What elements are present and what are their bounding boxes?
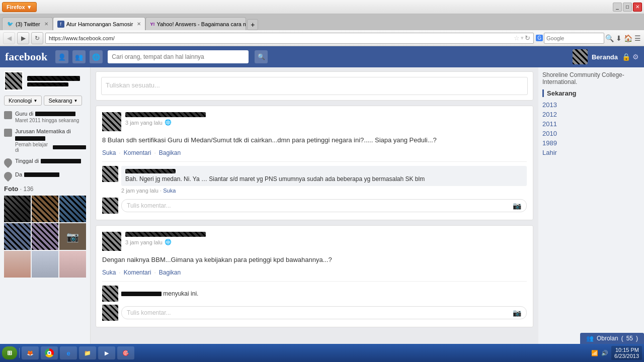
foto-item-8[interactable] xyxy=(32,251,58,278)
post-card-2: 3 jam yang lalu 🌐 Dengan naiknya BBM...G… xyxy=(96,225,533,327)
settings-icon[interactable]: ☰ xyxy=(634,34,641,42)
sekarang-button[interactable]: Sekarang ▼ xyxy=(44,96,82,106)
foto-item-2[interactable] xyxy=(32,196,58,222)
address-text: https://www.facebook.com/ xyxy=(49,35,512,41)
facebook-search-button[interactable]: 🔍 xyxy=(255,50,268,63)
post-2-comment-button[interactable]: Komentari xyxy=(124,269,151,276)
timeline-year-2011[interactable]: 2011 xyxy=(542,119,640,129)
fb-settings-gear-icon[interactable]: ⚙ xyxy=(632,53,639,61)
post-2-comment-placeholder: Tulis komentar... xyxy=(127,309,171,316)
forward-button[interactable]: ▶ xyxy=(17,32,29,44)
fb-friends-icon[interactable]: 👥 xyxy=(72,50,86,63)
star-icon[interactable]: ☆ xyxy=(514,34,520,42)
foto-item-6[interactable]: 📷 xyxy=(59,223,86,250)
post-1-avatar[interactable] xyxy=(102,112,121,131)
post-2-camera-icon[interactable]: 📷 xyxy=(513,309,521,317)
tab-facebook-close[interactable]: ✕ xyxy=(137,21,141,27)
post-1-comment-button[interactable]: Komentari xyxy=(124,149,151,156)
taskbar-clock[interactable]: 10:15 PM 6/23/2013 xyxy=(611,346,642,360)
tab-yahoo[interactable]: Y! Yahoo! Answers - Bagaimana cara m... … xyxy=(145,17,246,30)
profile-header xyxy=(4,71,86,90)
search-go-button[interactable]: 🔍 xyxy=(605,34,614,42)
info-guru-line: Guru di xyxy=(15,111,86,117)
foto-item-5[interactable] xyxy=(32,223,58,250)
taskbar-ie[interactable]: e xyxy=(60,346,77,359)
tab-twitter[interactable]: 🐦 (3) Twitter ✕ xyxy=(2,17,53,30)
left-sidebar: Kronologi ▼ Sekarang ▼ Guru di Maret 201… xyxy=(0,67,91,362)
info-tinggal-redacted xyxy=(41,159,81,163)
taskbar-chrome[interactable] xyxy=(41,346,58,359)
foto-item-4[interactable] xyxy=(4,223,31,250)
post-2-avatar[interactable] xyxy=(102,232,121,251)
post-2-like-button[interactable]: Suka xyxy=(102,269,116,276)
search-input[interactable] xyxy=(544,33,604,44)
foto-item-9[interactable] xyxy=(59,251,86,278)
fb-lock-icon[interactable]: 🔒 xyxy=(622,53,630,61)
foto-item-1[interactable] xyxy=(4,196,31,222)
post-2-share-button[interactable]: Bagikan xyxy=(159,269,181,276)
maximize-button[interactable]: □ xyxy=(623,3,632,12)
back-button[interactable]: ◀ xyxy=(3,32,15,44)
post-2-liker-name-redacted xyxy=(121,292,162,296)
address-bar[interactable]: https://www.facebook.com/ ☆ ▾ ↻ xyxy=(45,33,534,44)
facebook-home-link[interactable]: Beranda xyxy=(592,53,618,61)
kronologi-button[interactable]: Kronologi ▼ xyxy=(4,96,42,106)
post-1-camera-icon[interactable]: 📷 xyxy=(513,202,521,210)
chat-bar[interactable]: 👥 Obrolan (55) xyxy=(580,333,644,344)
home-location-icon xyxy=(3,157,14,168)
bookmark-icon[interactable]: ▾ xyxy=(521,35,524,41)
chat-people-icon: 👥 xyxy=(586,335,594,342)
composer-input[interactable]: Tuliskan sesuatu... xyxy=(101,77,528,95)
tabs-bar: 🐦 (3) Twitter ✕ f Atur Hamonangan Samosi… xyxy=(0,14,644,30)
facebook-nav-right: Beranda 🔒 ⚙ xyxy=(573,49,639,64)
chrome-center xyxy=(47,351,51,355)
post-1-commenter-avatar[interactable] xyxy=(102,166,118,182)
download-icon[interactable]: ⬇ xyxy=(616,34,622,42)
taskbar-firefox[interactable]: 🦊 xyxy=(22,346,39,359)
profile-avatar[interactable] xyxy=(4,71,23,90)
start-button[interactable]: ⊞ xyxy=(2,346,17,359)
chat-count-badge: ( xyxy=(621,335,623,342)
fb-globe-icon[interactable]: 🌐 xyxy=(90,50,103,63)
refresh-icon[interactable]: ↻ xyxy=(525,34,530,42)
minimize-button[interactable]: _ xyxy=(613,3,622,12)
taskbar-explorer-icon: 📁 xyxy=(83,348,92,357)
firefox-button[interactable]: Firefox ▼ xyxy=(2,2,37,12)
taskbar-explorer[interactable]: 📁 xyxy=(79,346,96,359)
center-content: Tuliskan sesuatu... 3 jam yang lalu 🌐 8 … xyxy=(91,67,538,362)
close-button[interactable]: ✕ xyxy=(633,3,642,12)
tab-facebook-label: Atur Hamonangan Samosir xyxy=(66,21,133,27)
info-jurusan-text: Jurusan Matematika di Pernah belajar di xyxy=(15,128,86,153)
post-2-liker-avatar[interactable] xyxy=(102,286,118,302)
tab-facebook[interactable]: f Atur Hamonangan Samosir ✕ xyxy=(53,17,146,30)
post-1-like-button[interactable]: Suka xyxy=(102,149,116,156)
post-2-comment-input[interactable]: Tulis komentar... 📷 xyxy=(121,306,527,319)
reload-button[interactable]: ↻ xyxy=(31,32,43,44)
post-1-comment-input[interactable]: Tulis komentar... 📷 xyxy=(121,199,527,212)
post-1-comment-like-button[interactable]: Suka xyxy=(163,188,176,194)
timeline-year-1989[interactable]: 1989 xyxy=(542,138,640,148)
right-sidebar: Shoreline Community College- Internation… xyxy=(538,67,644,362)
home-icon[interactable]: 🏠 xyxy=(624,34,632,42)
facebook-search-input[interactable] xyxy=(108,50,249,63)
timeline-year-2013[interactable]: 2013 xyxy=(542,100,640,110)
timeline-year-lahir[interactable]: Lahir xyxy=(542,148,640,157)
post-1-comment-1: Bah. Ngeri jg medan. Ni. Ya … Siantar s/… xyxy=(102,166,527,194)
window-controls: _ □ ✕ xyxy=(613,3,642,12)
facebook-logo: facebook xyxy=(5,50,47,63)
taskbar-app6[interactable]: 🎯 xyxy=(117,346,134,359)
post-1-share-button[interactable]: Bagikan xyxy=(159,149,181,156)
timeline-year-2010[interactable]: 2010 xyxy=(542,129,640,138)
info-tinggal: Tinggal di xyxy=(4,158,86,166)
foto-item-3[interactable] xyxy=(59,196,86,222)
facebook-user-avatar[interactable] xyxy=(573,49,588,64)
tab-twitter-close[interactable]: ✕ xyxy=(44,21,48,27)
timeline-year-2012[interactable]: 2012 xyxy=(542,110,640,119)
fb-people-icon[interactable]: 👤 xyxy=(55,50,68,63)
post-1-globe-icon: 🌐 xyxy=(165,119,172,126)
post-1-header: 3 jam yang lalu 🌐 xyxy=(102,112,527,131)
foto-item-7[interactable] xyxy=(4,251,31,278)
taskbar-media[interactable]: ▶ xyxy=(98,346,115,359)
post-2-name-redacted xyxy=(125,232,206,237)
new-tab-button[interactable]: + xyxy=(247,19,258,30)
